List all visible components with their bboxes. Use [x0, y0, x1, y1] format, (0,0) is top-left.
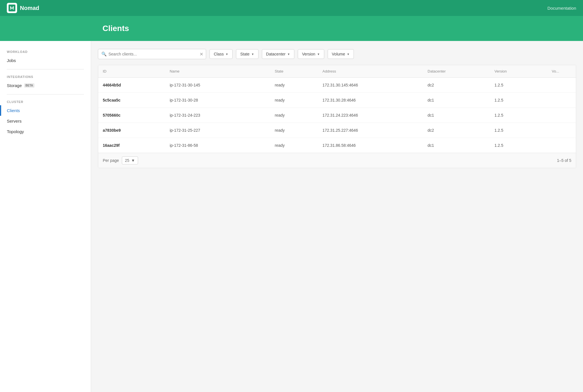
cell-id: 16aac29f: [98, 138, 165, 153]
cell-id: 44664b5d: [98, 78, 165, 93]
cell-state: ready: [270, 93, 318, 108]
cell-name: ip-172-31-24-223: [165, 108, 270, 123]
page-info: 1–5 of 5: [557, 158, 571, 163]
cell-volume: [547, 123, 576, 138]
cell-version: 1.2.5: [490, 78, 547, 93]
cell-datacenter: dc1: [423, 93, 490, 108]
filter-class-button[interactable]: Class ▼: [210, 49, 233, 59]
cell-name: ip-172-31-30-28: [165, 93, 270, 108]
col-header-state: State: [270, 65, 318, 78]
cell-address: 172.31.30.28:4646: [318, 93, 423, 108]
sidebar-item-jobs[interactable]: Jobs: [0, 55, 91, 66]
cell-datacenter: dc2: [423, 78, 490, 93]
cell-volume: [547, 78, 576, 93]
sidebar-section-label-cluster: CLUSTER: [0, 98, 91, 105]
table-row[interactable]: a7830be9 ip-172-31-25-227 ready 172.31.2…: [98, 123, 576, 138]
search-clear-button[interactable]: ✕: [200, 51, 203, 57]
cell-id: 5705660c: [98, 108, 165, 123]
col-header-volume: Vo...: [547, 65, 576, 78]
cell-datacenter: dc1: [423, 138, 490, 153]
cell-id: a7830be9: [98, 123, 165, 138]
chevron-down-icon: ▼: [317, 53, 320, 56]
sidebar-divider-2: [7, 94, 84, 94]
chevron-down-icon: ▼: [287, 53, 290, 56]
cell-address: 172.31.24.223:4646: [318, 108, 423, 123]
filter-bar: 🔍 ✕ Class ▼ State ▼ Datacenter ▼ Version…: [98, 49, 576, 59]
per-page-label: Per page: [103, 158, 119, 163]
sidebar-item-topology[interactable]: Topology: [0, 126, 91, 137]
layout: WORKLOAD Jobs INTEGRATIONS Storage BETA …: [0, 41, 583, 392]
table-row[interactable]: 5705660c ip-172-31-24-223 ready 172.31.2…: [98, 108, 576, 123]
search-icon: 🔍: [101, 51, 107, 57]
cell-version: 1.2.5: [490, 123, 547, 138]
filter-volume-button[interactable]: Volume ▼: [328, 49, 354, 59]
cell-id: 5c5caa5c: [98, 93, 165, 108]
sidebar-section-workload: WORKLOAD Jobs: [0, 48, 91, 66]
clients-table-container: ID Name State Address Datacenter Version…: [98, 65, 576, 168]
search-wrapper: 🔍 ✕: [98, 49, 206, 59]
cell-datacenter: dc2: [423, 123, 490, 138]
filter-version-button[interactable]: Version ▼: [298, 49, 324, 59]
sidebar-section-label-integrations: INTEGRATIONS: [0, 73, 91, 80]
cell-state: ready: [270, 108, 318, 123]
cell-state: ready: [270, 138, 318, 153]
cell-state: ready: [270, 123, 318, 138]
chevron-down-icon: ▼: [347, 53, 350, 56]
cell-version: 1.2.5: [490, 138, 547, 153]
cell-name: ip-172-31-30-145: [165, 78, 270, 93]
storage-beta-badge: BETA: [24, 83, 34, 88]
table-row[interactable]: 44664b5d ip-172-31-30-145 ready 172.31.3…: [98, 78, 576, 93]
clients-table: ID Name State Address Datacenter Version…: [98, 65, 576, 153]
table-header-row: ID Name State Address Datacenter Version…: [98, 65, 576, 78]
main-content: 🔍 ✕ Class ▼ State ▼ Datacenter ▼ Version…: [91, 41, 583, 392]
cell-version: 1.2.5: [490, 108, 547, 123]
cell-volume: [547, 138, 576, 153]
col-header-address: Address: [318, 65, 423, 78]
col-header-id: ID: [98, 65, 165, 78]
per-page-value: 25: [125, 158, 130, 163]
sidebar-section-label-workload: WORKLOAD: [0, 48, 91, 55]
per-page-wrapper: Per page 25 ▼: [103, 156, 138, 164]
col-header-version: Version: [490, 65, 547, 78]
brand-name: Nomad: [20, 5, 39, 11]
brand[interactable]: Nomad: [7, 3, 39, 13]
cell-volume: [547, 93, 576, 108]
brand-logo-icon: [7, 3, 17, 13]
cell-address: 172.31.25.227:4646: [318, 123, 423, 138]
chevron-down-icon: ▼: [251, 53, 254, 56]
cell-address: 172.31.30.145:4646: [318, 78, 423, 93]
sidebar-section-integrations: INTEGRATIONS Storage BETA: [0, 73, 91, 91]
cell-datacenter: dc1: [423, 108, 490, 123]
table-row[interactable]: 5c5caa5c ip-172-31-30-28 ready 172.31.30…: [98, 93, 576, 108]
sidebar-item-clients[interactable]: Clients: [0, 105, 91, 116]
sidebar-item-servers[interactable]: Servers: [0, 116, 91, 126]
col-header-name: Name: [165, 65, 270, 78]
page-title: Clients: [102, 24, 583, 33]
top-nav: Nomad Documentation: [0, 0, 583, 16]
filter-datacenter-button[interactable]: Datacenter ▼: [262, 49, 294, 59]
cell-version: 1.2.5: [490, 93, 547, 108]
per-page-select[interactable]: 25 ▼: [122, 156, 138, 164]
sidebar-section-cluster: CLUSTER Clients Servers Topology: [0, 98, 91, 137]
cell-name: ip-172-31-86-58: [165, 138, 270, 153]
cell-state: ready: [270, 78, 318, 93]
chevron-down-icon: ▼: [225, 53, 228, 56]
col-header-datacenter: Datacenter: [423, 65, 490, 78]
table-row[interactable]: 16aac29f ip-172-31-86-58 ready 172.31.86…: [98, 138, 576, 153]
page-header: Clients: [0, 16, 583, 41]
chevron-down-icon: ▼: [131, 158, 135, 163]
cell-volume: [547, 108, 576, 123]
sidebar-item-storage[interactable]: Storage BETA: [0, 80, 91, 91]
svg-rect-0: [9, 5, 15, 11]
cell-name: ip-172-31-25-227: [165, 123, 270, 138]
cell-address: 172.31.86.58:4646: [318, 138, 423, 153]
documentation-link[interactable]: Documentation: [547, 6, 576, 11]
filter-state-button[interactable]: State ▼: [236, 49, 258, 59]
pagination-bar: Per page 25 ▼ 1–5 of 5: [98, 153, 576, 168]
sidebar-divider-1: [7, 69, 84, 69]
sidebar: WORKLOAD Jobs INTEGRATIONS Storage BETA …: [0, 41, 91, 392]
search-input[interactable]: [98, 49, 206, 59]
